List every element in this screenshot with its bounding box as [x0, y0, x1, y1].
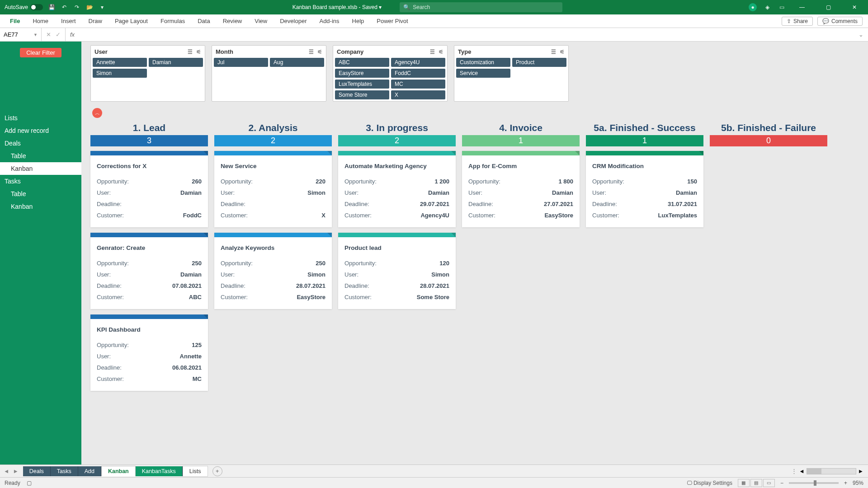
qat-dropdown-icon[interactable]: ▾ — [98, 3, 106, 11]
maximize-button[interactable]: ▢ — [818, 0, 838, 14]
minimize-button[interactable]: — — [792, 0, 812, 14]
kanban-card[interactable]: KPI DashboardOpportunity:125User:Annette… — [90, 314, 208, 391]
sheet-tab-deals[interactable]: Deals — [23, 466, 51, 476]
sidebar-item-table-3[interactable]: Table — [0, 150, 81, 162]
zoom-in-icon[interactable]: + — [844, 480, 847, 486]
tab-developer[interactable]: Developer — [274, 14, 313, 28]
workarea[interactable]: User☰⚟AnnetteDamianSimonMonth☰⚟JulAugCom… — [81, 42, 868, 465]
slicer-option[interactable]: Agency4U — [391, 58, 445, 67]
sheet-nav-prev-icon[interactable]: ◄ — [4, 468, 9, 474]
kanban-card[interactable]: Automate Marketing AgencyOpportunity:1 2… — [338, 151, 456, 227]
horizontal-scrollbar[interactable] — [807, 468, 856, 474]
slicer-option[interactable]: Aug — [270, 58, 324, 67]
sheet-nav-next-icon[interactable]: ► — [13, 468, 18, 474]
search-box[interactable]: 🔍 Search — [400, 2, 562, 12]
clear-filter-icon[interactable]: ⚟ — [317, 49, 322, 55]
kanban-card[interactable]: New ServiceOpportunity:220User:SimonDead… — [214, 151, 332, 227]
slicer-option[interactable]: ABC — [335, 58, 389, 67]
document-title[interactable]: Kanban Board sample.xlsb - Saved ▾ — [292, 4, 382, 10]
clear-filter-icon[interactable]: ⚟ — [196, 49, 201, 55]
namebox-dropdown-icon[interactable]: ▼ — [33, 33, 38, 37]
tab-view[interactable]: View — [248, 14, 274, 28]
page-break-view-icon[interactable]: ▭ — [763, 479, 775, 487]
sheet-tab-tasks[interactable]: Tasks — [51, 466, 78, 476]
slicer-option[interactable]: MC — [391, 80, 445, 89]
expand-formula-bar-icon[interactable]: ⌄ — [859, 31, 868, 38]
multiselect-icon[interactable]: ☰ — [430, 49, 435, 55]
zoom-slider[interactable] — [789, 482, 839, 484]
slicer-option[interactable]: Damian — [149, 58, 203, 67]
multiselect-icon[interactable]: ☰ — [188, 49, 193, 55]
normal-view-icon[interactable]: ▦ — [738, 479, 750, 487]
undo-icon[interactable]: ↶ — [60, 3, 68, 11]
slicer-option[interactable]: Jul — [214, 58, 268, 67]
kanban-card[interactable]: Corrections for XOpportunity:260User:Dam… — [90, 151, 208, 227]
kanban-card[interactable]: Analyze KeywordsOpportunity:250User:Simo… — [214, 233, 332, 309]
ribbon-display-icon[interactable]: ▭ — [778, 3, 786, 11]
tab-help[interactable]: Help — [346, 14, 371, 28]
sidebar-item-kanban-7[interactable]: Kanban — [0, 200, 81, 213]
hscroll-right-icon[interactable]: ► — [858, 468, 863, 474]
sidebar-item-tasks-5[interactable]: Tasks — [0, 175, 81, 188]
slicer-option[interactable]: X — [391, 90, 445, 99]
sheet-tab-kanban[interactable]: Kanban — [101, 466, 136, 476]
share-button[interactable]: ⇪Share — [782, 17, 813, 26]
zoom-level[interactable]: 95% — [853, 480, 863, 486]
close-button[interactable]: ✕ — [844, 0, 864, 14]
slicer-option[interactable]: FoddC — [391, 69, 445, 78]
sheet-tab-lists[interactable]: Lists — [183, 466, 208, 477]
sheet-tab-add[interactable]: Add — [78, 466, 101, 476]
add-sheet-button[interactable]: + — [212, 466, 222, 476]
clear-filter-icon[interactable]: ⚟ — [560, 49, 565, 55]
slicer-option[interactable]: Annette — [93, 58, 147, 67]
sidebar-item-kanban-4[interactable]: Kanban — [0, 162, 81, 175]
multiselect-icon[interactable]: ☰ — [309, 49, 314, 55]
autosave-toggle[interactable] — [30, 4, 43, 10]
clear-filter-icon[interactable]: ⚟ — [439, 49, 443, 55]
kanban-card[interactable]: Product leadOpportunity:120User:SimonDea… — [338, 233, 456, 309]
cancel-formula-icon[interactable]: ✕ — [46, 31, 51, 38]
sidebar-item-deals-2[interactable]: Deals — [0, 137, 81, 150]
tab-power-pivot[interactable]: Power Pivot — [370, 14, 414, 28]
autosave[interactable]: AutoSave — [5, 4, 43, 10]
tab-data[interactable]: Data — [191, 14, 216, 28]
slicer-option[interactable]: EasyStore — [335, 69, 389, 78]
tab-home[interactable]: Home — [26, 14, 55, 28]
display-settings[interactable]: 🖵 Display Settings — [687, 480, 732, 486]
page-layout-view-icon[interactable]: ▤ — [750, 479, 762, 487]
slicer-option[interactable]: Customization — [456, 58, 510, 67]
hscroll-left-icon[interactable]: ◄ — [799, 468, 804, 474]
sidebar-item-table-6[interactable]: Table — [0, 188, 81, 200]
sheet-tab-kanbantasks[interactable]: KanbanTasks — [136, 466, 183, 476]
comments-button[interactable]: 💬Comments — [817, 17, 863, 26]
tab-review[interactable]: Review — [217, 14, 249, 28]
slicer-option[interactable]: Simon — [93, 69, 147, 78]
tab-split-icon[interactable]: ⋮ — [791, 468, 797, 474]
zoom-out-icon[interactable]: − — [780, 480, 783, 486]
sidebar-item-lists-0[interactable]: Lists — [0, 112, 81, 124]
clear-filter-button[interactable]: Clear Filter — [20, 48, 61, 57]
tab-draw[interactable]: Draw — [82, 14, 108, 28]
account-icon[interactable]: ● — [749, 3, 757, 11]
slicer-option[interactable]: Product — [512, 58, 566, 67]
kanban-card[interactable]: Genrator: CreateOpportunity:250User:Dami… — [90, 233, 208, 309]
diamond-icon[interactable]: ◈ — [763, 3, 771, 11]
name-box[interactable]: AE77 ▼ — [0, 28, 42, 41]
tab-formulas[interactable]: Formulas — [154, 14, 191, 28]
tab-addins[interactable]: Add-ins — [313, 14, 345, 28]
enter-formula-icon[interactable]: ✓ — [56, 31, 61, 38]
slicer-option[interactable]: LuxTemplates — [335, 80, 389, 89]
redo-icon[interactable]: ↷ — [73, 3, 81, 11]
tab-insert[interactable]: Insert — [55, 14, 82, 28]
save-icon[interactable]: 💾 — [47, 3, 56, 11]
slicer-option[interactable]: Service — [456, 69, 510, 78]
kanban-card[interactable]: App for E-CommOpportunity:1 800User:Dami… — [462, 151, 580, 227]
tab-file[interactable]: File — [4, 14, 26, 28]
tab-page-layout[interactable]: Page Layout — [108, 14, 154, 28]
record-macro-icon[interactable]: ▢ — [27, 480, 32, 486]
slicer-option[interactable]: Some Store — [335, 90, 389, 99]
kanban-card[interactable]: CRM ModificationOpportunity:150User:Dami… — [586, 151, 703, 227]
fx-label[interactable]: fx — [66, 31, 75, 38]
collapse-toggle[interactable]: ︿ — [92, 108, 102, 118]
folder-icon[interactable]: 📂 — [85, 3, 94, 11]
